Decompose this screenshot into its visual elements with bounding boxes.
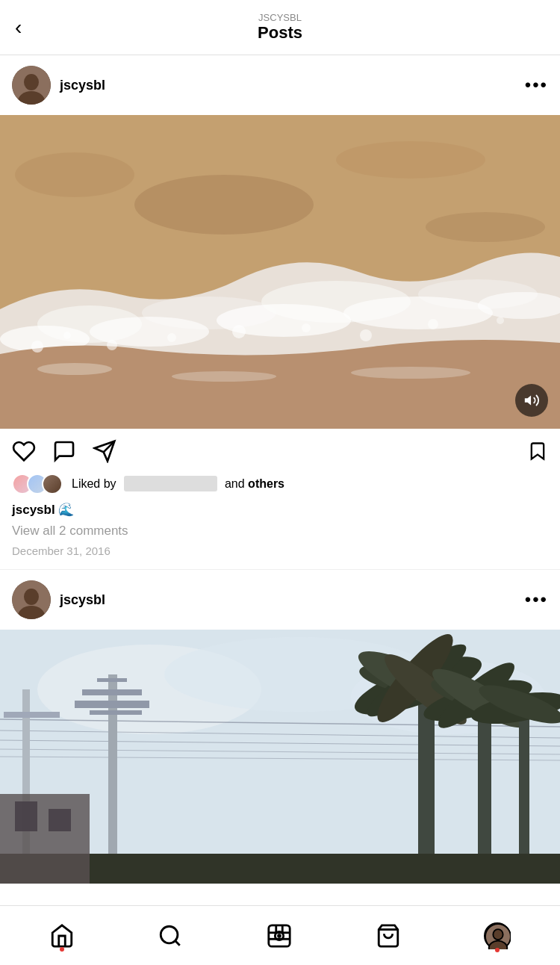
bookmark-icon (527, 441, 548, 462)
header-username-small: JSCYSBL (258, 12, 302, 23)
heart-icon (12, 439, 36, 463)
post-2: jscysbl ••• (0, 570, 560, 884)
like-avatars (12, 474, 57, 494)
post-1-more-button[interactable]: ••• (525, 75, 548, 96)
svg-point-25 (428, 319, 438, 329)
avatar-image-2 (12, 580, 51, 619)
post-2-more-button[interactable]: ••• (525, 589, 548, 610)
svg-point-81 (494, 929, 503, 940)
svg-point-8 (426, 212, 545, 242)
svg-rect-47 (90, 710, 142, 715)
svg-point-20 (107, 340, 117, 350)
svg-point-14 (90, 317, 209, 347)
post-1: jscysbl ••• (0, 55, 560, 569)
post-2-image (0, 630, 560, 884)
nav-reels[interactable] (255, 917, 304, 955)
post-1-caption: jscysbl 🌊 (0, 499, 560, 521)
caption-username[interactable]: jscysbl (12, 503, 55, 517)
svg-point-70 (161, 926, 178, 943)
post-1-image (0, 115, 560, 429)
home-dot (60, 947, 64, 952)
nav-shop[interactable] (364, 917, 413, 955)
home-icon (49, 923, 75, 949)
svg-point-22 (232, 325, 246, 338)
view-comments-button[interactable]: View all 2 comments (0, 521, 560, 542)
bookmark-button[interactable] (527, 441, 548, 462)
svg-point-19 (63, 332, 71, 339)
svg-point-33 (24, 589, 39, 605)
header-title-block: JSCYSBL Posts (258, 12, 302, 43)
post-2-header: jscysbl ••• (0, 570, 560, 630)
svg-rect-45 (75, 701, 149, 708)
svg-rect-48 (97, 678, 127, 682)
app-header: ‹ JSCYSBL Posts (0, 0, 560, 55)
svg-point-5 (15, 152, 134, 197)
svg-point-74 (279, 934, 281, 937)
svg-point-7 (336, 141, 485, 179)
post-1-avatar[interactable] (12, 66, 51, 105)
volume-button[interactable] (515, 384, 548, 417)
caption-emoji: 🌊 (58, 503, 74, 517)
post-1-header: jscysbl ••• (0, 55, 560, 115)
svg-rect-50 (4, 712, 60, 718)
svg-point-23 (302, 323, 311, 332)
svg-line-71 (175, 940, 180, 945)
search-icon (158, 923, 183, 949)
like-button[interactable] (12, 439, 36, 463)
likes-text: Liked by and others (72, 477, 284, 491)
post-1-user-info: jscysbl (12, 66, 105, 105)
svg-point-6 (134, 175, 314, 235)
share-icon (93, 439, 116, 463)
svg-rect-69 (49, 809, 71, 831)
post-1-actions (0, 429, 560, 471)
nav-search[interactable] (146, 917, 195, 955)
svg-point-29 (351, 367, 470, 379)
svg-point-26 (497, 317, 504, 324)
nav-profile-avatar (484, 922, 511, 949)
reels-icon (267, 923, 292, 949)
svg-rect-68 (15, 801, 37, 831)
liked-by-name-blur (124, 476, 217, 491)
profile-dot (495, 948, 500, 952)
nav-home[interactable] (37, 917, 87, 955)
post-1-likes: Liked by and others (0, 471, 560, 499)
comment-button[interactable] (52, 439, 76, 463)
post-1-actions-left (12, 439, 116, 463)
comment-icon (52, 439, 76, 463)
shop-icon (376, 923, 401, 949)
svg-point-1 (24, 74, 39, 90)
header-title: Posts (258, 23, 302, 43)
back-button[interactable]: ‹ (15, 17, 22, 38)
post-1-date: December 31, 2016 (0, 542, 560, 569)
post-2-user-info: jscysbl (12, 580, 105, 619)
svg-point-18 (31, 341, 43, 353)
svg-point-24 (360, 329, 372, 341)
svg-point-28 (172, 371, 276, 382)
like-avatar-3 (42, 474, 63, 494)
post-1-username[interactable]: jscysbl (60, 78, 105, 93)
svg-rect-67 (0, 794, 90, 884)
svg-point-27 (37, 363, 112, 375)
bottom-navigation (0, 905, 560, 965)
volume-icon (523, 392, 540, 409)
svg-point-16 (343, 297, 493, 329)
svg-point-21 (167, 333, 176, 342)
post-2-avatar[interactable] (12, 580, 51, 619)
svg-rect-46 (82, 689, 142, 695)
post-2-username[interactable]: jscysbl (60, 592, 105, 608)
share-button[interactable] (93, 439, 116, 463)
avatar-image (12, 66, 51, 105)
nav-profile[interactable] (472, 916, 523, 955)
